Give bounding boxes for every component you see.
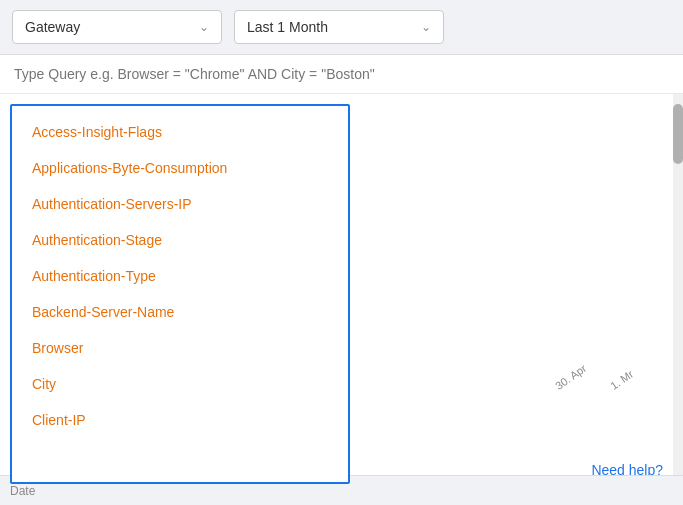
list-item[interactable]: Backend-Server-Name [12,294,348,330]
date-label-1: 30. Apr [553,362,588,392]
list-item[interactable]: Browser [12,330,348,366]
query-input[interactable] [14,66,594,82]
search-bar-wrapper [0,55,683,94]
month-dropdown[interactable]: Last 1 Month ⌄ [234,10,444,44]
list-item[interactable]: Authentication-Type [12,258,348,294]
date-label-2: 1. Mr [608,368,635,392]
list-item[interactable]: Authentication-Stage [12,222,348,258]
chevron-down-icon: ⌄ [421,20,431,34]
right-panel: 30. Apr 1. Mr Need help? [360,94,683,494]
scrollbar-thumb[interactable] [673,104,683,164]
field-list: Access-Insight-FlagsApplications-Byte-Co… [12,106,348,446]
scrollbar-track[interactable] [673,94,683,494]
main-content: Access-Insight-FlagsApplications-Byte-Co… [0,94,683,494]
top-bar: Gateway ⌄ Last 1 Month ⌄ [0,0,683,55]
list-item[interactable]: City [12,366,348,402]
gateway-dropdown[interactable]: Gateway ⌄ [12,10,222,44]
bottom-date-label: Date [10,484,35,498]
list-item[interactable]: Authentication-Servers-IP [12,186,348,222]
chevron-down-icon: ⌄ [199,20,209,34]
field-dropdown-panel: Access-Insight-FlagsApplications-Byte-Co… [10,104,350,484]
list-item[interactable]: Applications-Byte-Consumption [12,150,348,186]
gateway-dropdown-label: Gateway [25,19,80,35]
list-item[interactable]: Access-Insight-Flags [12,114,348,150]
month-dropdown-label: Last 1 Month [247,19,328,35]
list-item[interactable]: Client-IP [12,402,348,438]
